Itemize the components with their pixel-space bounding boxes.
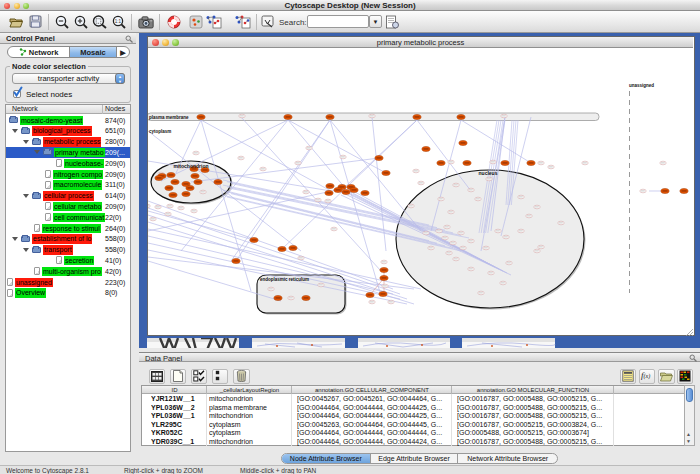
svg-text:cytoplasm: cytoplasm (149, 129, 171, 134)
svg-text:plasma membrane: plasma membrane (149, 115, 189, 120)
svg-text:nucleus: nucleus (479, 170, 498, 176)
svg-text:1:1: 1:1 (115, 19, 122, 24)
svg-text:endoplasmic reticulum: endoplasmic reticulum (260, 277, 309, 282)
svg-text:unassigned: unassigned (629, 83, 654, 88)
svg-text:mitochondrion: mitochondrion (174, 163, 209, 169)
